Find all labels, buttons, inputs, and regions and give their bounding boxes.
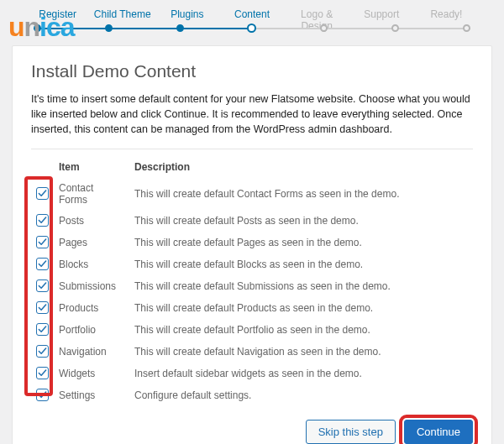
check-icon: [38, 216, 47, 225]
checkbox[interactable]: [36, 279, 49, 292]
checkbox[interactable]: [36, 236, 49, 248]
page-intro: It's time to insert some default content…: [31, 91, 473, 137]
check-icon: [38, 281, 47, 290]
page-title: Install Demo Content: [31, 61, 473, 81]
step-dot-icon: [176, 24, 184, 32]
item-desc: This will create default Portfolio as se…: [129, 319, 473, 341]
col-header-item: Item: [54, 158, 129, 178]
item-desc: Configure default settings.: [129, 384, 473, 406]
item-name: Portfolio: [54, 319, 129, 341]
item-name: Contact Forms: [54, 178, 129, 210]
table-row: PostsThis will create default Posts as s…: [31, 210, 473, 232]
item-name: Submissions: [54, 275, 129, 297]
check-icon: [38, 259, 47, 269]
checkbox[interactable]: [36, 214, 49, 227]
step-dot-icon: [320, 24, 328, 32]
step-dot-icon: [247, 24, 256, 33]
table-row: ProductsThis will create default Product…: [31, 297, 473, 319]
table-row: Contact FormsThis will create default Co…: [31, 178, 473, 210]
separator: [31, 149, 473, 149]
item-name: Products: [54, 297, 129, 319]
item-name: Settings: [54, 384, 129, 406]
item-desc: Insert default sidebar widgets as seen i…: [129, 363, 473, 384]
table-row: PortfolioThis will create default Portfo…: [31, 319, 473, 341]
skip-step-button[interactable]: Skip this step: [306, 420, 396, 444]
step-dot-icon: [391, 24, 399, 32]
item-desc: This will create default Submissions as …: [129, 275, 473, 297]
checkbox[interactable]: [36, 345, 49, 358]
check-icon: [38, 189, 47, 198]
checkbox[interactable]: [36, 258, 49, 270]
table-row: PagesThis will create default Pages as s…: [31, 232, 473, 253]
step-dot-icon: [105, 24, 113, 32]
continue-button[interactable]: Continue: [404, 420, 473, 444]
table-row: SettingsConfigure default settings.: [31, 384, 473, 406]
item-name: Widgets: [54, 363, 129, 384]
check-icon: [38, 238, 47, 247]
check-icon: [38, 325, 47, 334]
item-name: Navigation: [54, 341, 129, 363]
checkbox[interactable]: [36, 323, 49, 336]
table-row: NavigationThis will create default Navig…: [31, 341, 473, 363]
check-icon: [38, 368, 47, 378]
check-icon: [38, 303, 47, 312]
item-desc: This will create default Products as see…: [129, 297, 473, 319]
item-desc: This will create default Posts as seen i…: [129, 210, 473, 232]
checkbox[interactable]: [36, 389, 49, 401]
item-desc: This will create default Contact Forms a…: [129, 178, 473, 210]
item-name: Pages: [54, 232, 129, 253]
item-desc: This will create default Blocks as seen …: [129, 253, 473, 275]
table-row: BlocksThis will create default Blocks as…: [31, 253, 473, 275]
table-row: SubmissionsThis will create default Subm…: [31, 275, 473, 297]
item-desc: This will create default Pages as seen i…: [129, 232, 473, 253]
col-header-desc: Description: [129, 158, 473, 178]
items-table: Item Description Contact FormsThis will …: [31, 158, 473, 406]
item-name: Blocks: [54, 253, 129, 275]
checkbox[interactable]: [36, 187, 49, 200]
content-panel: Install Demo Content It's time to insert…: [12, 45, 492, 444]
checkbox[interactable]: [36, 367, 49, 379]
footer-buttons: Skip this step Continue: [31, 420, 473, 444]
checkbox[interactable]: [36, 301, 49, 314]
watermark-logo: unica: [8, 12, 75, 43]
check-icon: [38, 390, 47, 400]
table-row: WidgetsInsert default sidebar widgets as…: [31, 363, 473, 384]
item-name: Posts: [54, 210, 129, 232]
check-icon: [38, 347, 47, 356]
item-desc: This will create default Navigation as s…: [129, 341, 473, 363]
step-dot-icon: [463, 24, 470, 32]
